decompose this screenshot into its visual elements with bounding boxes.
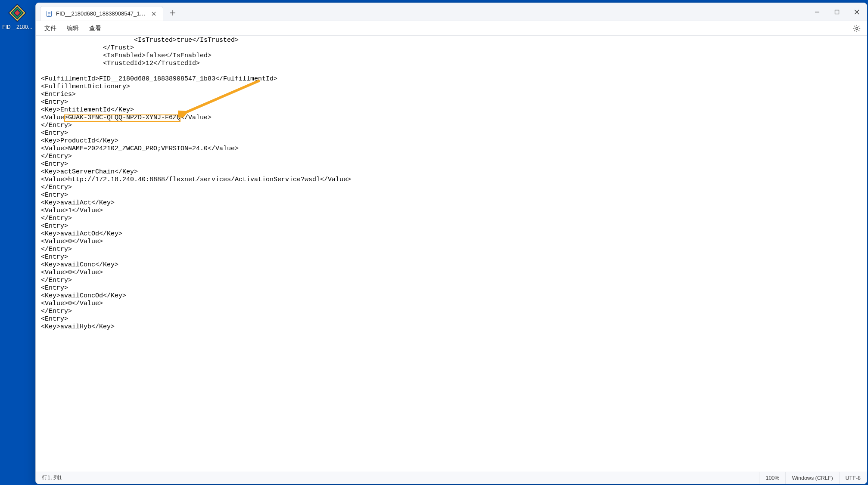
close-button[interactable] [847,3,867,21]
menu-edit[interactable]: 编辑 [62,23,84,34]
svg-rect-12 [835,10,839,14]
notepad-window: FID__2180d680_18838908547_1b83 文件 编辑 [35,3,867,484]
svg-line-23 [854,30,855,31]
tab-title: FID__2180d680_18838908547_1b83 [56,10,146,17]
status-zoom[interactable]: 100% [759,472,785,484]
tab-strip: FID__2180d680_18838908547_1b83 [36,3,180,21]
desktop-file-label: FID__2180... [2,24,32,30]
menubar: 文件 编辑 查看 [36,21,867,36]
svg-line-20 [854,26,855,27]
titlebar: FID__2180d680_18838908547_1b83 [36,3,867,21]
menu-view[interactable]: 查看 [84,23,106,34]
statusbar: 行1, 列1 100% Windows (CRLF) UTF-8 [36,472,867,484]
status-line-ending[interactable]: Windows (CRLF) [785,472,839,484]
status-encoding[interactable]: UTF-8 [839,472,867,484]
svg-point-15 [856,27,858,29]
text-editor[interactable]: <IsTrusted>true</IsTrusted> </Trust> <Is… [36,36,867,472]
menu-file[interactable]: 文件 [39,23,62,34]
tab-active[interactable]: FID__2180d680_18838908547_1b83 [40,6,163,21]
gear-icon [853,25,861,32]
maximize-button[interactable] [827,3,847,21]
new-tab-button[interactable] [166,6,180,20]
document-icon [46,10,53,17]
svg-line-22 [859,26,859,27]
desktop-file-shortcut[interactable]: FID__2180... [2,3,33,30]
titlebar-drag-area[interactable] [180,3,807,21]
file-icon [7,3,28,23]
status-cursor-position: 行1, 列1 [36,472,68,484]
minimize-button[interactable] [807,3,827,21]
tab-close-button[interactable] [150,10,158,18]
settings-button[interactable] [850,22,863,35]
svg-line-21 [859,30,859,31]
window-controls [807,3,867,21]
editor-content[interactable]: <IsTrusted>true</IsTrusted> </Trust> <Is… [36,36,867,332]
